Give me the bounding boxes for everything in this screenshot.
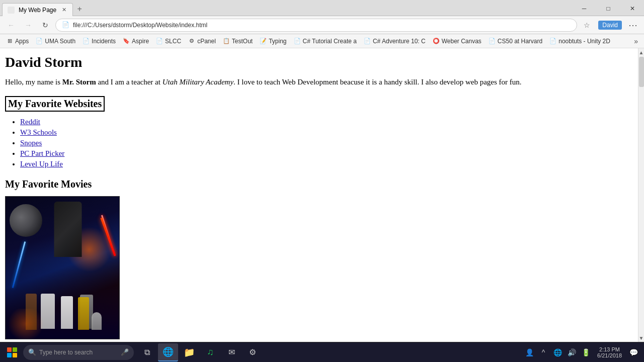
scrollbar-thumb[interactable] — [639, 57, 644, 87]
bookmarks-overflow-button[interactable]: » — [631, 36, 641, 46]
bookmark-icon-4: ⚙ — [188, 38, 195, 45]
pcpartpicker-link[interactable]: PC Part Picker — [20, 149, 64, 157]
chrome-icon: 🌐 — [163, 346, 174, 357]
task-view-button[interactable]: ⧉ — [137, 343, 157, 361]
bookmark-icon-0: 📄 — [36, 38, 43, 45]
spotify-button[interactable]: ♫ — [200, 343, 220, 361]
forward-button[interactable]: → — [21, 18, 35, 32]
tab-favicon — [8, 7, 15, 14]
file-explorer-button[interactable]: 📁 — [179, 343, 199, 361]
movie-poster — [5, 196, 120, 339]
list-item: Level Up Life — [20, 160, 633, 168]
mail-icon: ✉ — [228, 347, 235, 357]
tray-overflow-button[interactable]: ^ — [537, 343, 550, 361]
leveluplife-link[interactable]: Level Up Life — [20, 160, 63, 168]
notification-center-button[interactable]: 💬 — [627, 343, 640, 361]
windows-logo — [7, 347, 17, 357]
bookmark-slcc[interactable]: 📄 SLCC — [153, 37, 184, 46]
clock-date: 6/21/2018 — [597, 352, 622, 358]
bookmark-aspire[interactable]: 🔖 Aspire — [120, 37, 152, 46]
bookmark-icon-11: 📄 — [549, 38, 556, 45]
search-input[interactable] — [39, 349, 118, 356]
search-icon: 🔍 — [28, 348, 36, 356]
settings-app-button[interactable]: ⚙ — [243, 343, 263, 361]
bookmark-icon-7: 📄 — [294, 38, 301, 45]
bookmarks-bar: ⊞ Apps 📄 UMA South 📄 Incidents 🔖 Aspire … — [0, 34, 644, 48]
start-button[interactable] — [2, 343, 22, 361]
apps-grid-icon: ⊞ — [6, 38, 13, 45]
system-tray: 👤 ^ 🌐 🔊 🔋 2:13 PM 6/21/2018 💬 — [523, 343, 642, 361]
url-text: file:///C:/Users/dstorm/Desktop/Website/… — [73, 22, 207, 29]
taskbar-apps: ⧉ 🌐 📁 ♫ ✉ ⚙ — [137, 343, 263, 361]
bookmark-cs50[interactable]: 📄 CS50 at Harvard — [486, 37, 545, 46]
bookmark-csharp1[interactable]: 📄 C# Tutorial Create a — [291, 37, 360, 46]
bookmark-apps[interactable]: ⊞ Apps — [3, 37, 32, 46]
close-window-button[interactable]: ✕ — [621, 2, 644, 16]
network-icon[interactable]: 🌐 — [551, 343, 564, 361]
bookmark-icon-2: 🔖 — [123, 38, 130, 45]
taskbar-search-box[interactable]: 🔍 🎤 — [23, 345, 134, 360]
system-clock[interactable]: 2:13 PM 6/21/2018 — [593, 343, 626, 361]
tab-title: My Web Page — [19, 7, 56, 14]
bookmark-incidents[interactable]: 📄 Incidents — [79, 37, 119, 46]
chrome-app-button[interactable]: 🌐 — [158, 343, 178, 361]
bookmark-icon-1: 📄 — [83, 38, 90, 45]
list-item: PC Part Picker — [20, 149, 633, 158]
microphone-icon: 🎤 — [121, 348, 129, 356]
bookmark-icon-10: 📄 — [489, 38, 496, 45]
back-button[interactable]: ← — [4, 18, 18, 32]
spotify-icon: ♫ — [207, 347, 214, 357]
list-item: W3 Schools — [20, 128, 633, 137]
snopes-link[interactable]: Snopes — [20, 139, 42, 147]
folder-icon: 📁 — [184, 347, 195, 358]
vertical-scrollbar[interactable]: ▲ ▼ — [638, 48, 644, 342]
bookmark-star-button[interactable]: ☆ — [580, 19, 593, 32]
clock-time: 2:13 PM — [599, 346, 620, 352]
browser-menu-button[interactable]: ⋯ — [626, 18, 640, 32]
taskbar: 🔍 🎤 ⧉ 🌐 📁 ♫ ✉ ⚙ 👤 — [0, 342, 644, 362]
bookmark-icon-9: ⭕ — [433, 38, 440, 45]
movies-heading: My Favorite Movies — [5, 178, 633, 190]
url-file-icon: 📄 — [62, 21, 70, 29]
bookmark-icon-5: 📋 — [223, 38, 230, 45]
task-view-icon: ⧉ — [144, 348, 150, 357]
tab-close-button[interactable]: ✕ — [60, 7, 67, 14]
list-item: Reddit — [20, 118, 633, 126]
people-icon[interactable]: 👤 — [523, 343, 536, 361]
bookmark-icon-3: 📄 — [156, 38, 163, 45]
maximize-button[interactable]: □ — [597, 2, 620, 16]
mail-button[interactable]: ✉ — [221, 343, 242, 361]
page-heading: David Storm — [5, 54, 633, 70]
minimize-button[interactable]: ─ — [573, 2, 596, 16]
bookmark-icon-6: 📝 — [260, 38, 267, 45]
list-item: Snopes — [20, 139, 633, 147]
new-tab-button[interactable]: + — [73, 3, 86, 16]
settings-icon: ⚙ — [249, 347, 256, 357]
bookmark-icon-8: 📄 — [364, 38, 371, 45]
page-content: David Storm Hello, my name is Mr. Storm … — [0, 48, 638, 342]
volume-icon[interactable]: 🔊 — [565, 343, 578, 361]
user-badge: David — [598, 21, 622, 30]
battery-icon[interactable]: 🔋 — [579, 343, 592, 361]
websites-heading: My Favorite Websites — [5, 96, 105, 112]
intro-paragraph: Hello, my name is Mr. Storm and I am a t… — [5, 76, 633, 88]
bookmark-csharp2[interactable]: 📄 C# Adventure 10: C — [361, 37, 429, 46]
bookmark-uma-south[interactable]: 📄 UMA South — [33, 37, 78, 46]
bookmark-cpanel[interactable]: ⚙ cPanel — [185, 37, 219, 46]
bookmark-noobtuts[interactable]: 📄 noobtuts - Unity 2D — [546, 37, 613, 46]
active-tab[interactable]: My Web Page ✕ — [2, 3, 73, 16]
websites-list: Reddit W3 Schools Snopes PC Part Picker … — [20, 118, 633, 168]
address-bar[interactable]: 📄 file:///C:/Users/dstorm/Desktop/Websit… — [55, 19, 577, 32]
refresh-button[interactable]: ↻ — [38, 18, 52, 32]
bookmark-testout[interactable]: 📋 TestOut — [220, 37, 256, 46]
bookmark-weber[interactable]: ⭕ Weber Canvas — [430, 37, 485, 46]
bookmark-typing[interactable]: 📝 Typing — [257, 37, 289, 46]
w3schools-link[interactable]: W3 Schools — [20, 128, 57, 136]
reddit-link[interactable]: Reddit — [20, 118, 40, 126]
